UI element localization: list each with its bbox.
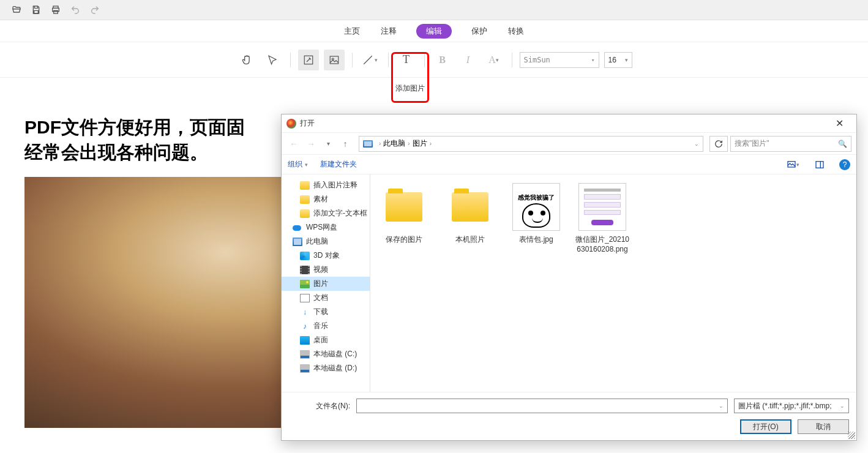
print-icon[interactable]: [50, 4, 61, 15]
tree-item-label: 此电脑: [306, 236, 328, 247]
disk-icon: [300, 364, 310, 373]
tree-item[interactable]: 本地磁盘 (C:): [282, 347, 370, 361]
tree-item-label: 下载: [313, 307, 328, 317]
filename-label: 文件名(N):: [289, 401, 350, 411]
tree-item[interactable]: 本地磁盘 (D:): [282, 361, 370, 375]
dl-icon: [300, 308, 310, 316]
search-input[interactable]: 搜索"图片" 🔍: [730, 136, 851, 152]
filename-input[interactable]: ⌄: [356, 399, 728, 413]
file-open-dialog: 打开 ✕ ← → ▾ ↑ › 此电脑 › 图片 › ⌄ 搜索"图片" 🔍 组织 …: [281, 114, 857, 441]
dialog-footer: 文件名(N): ⌄ 圖片檔 (*.tiff;*.pjp;*.jfif;*.bmp…: [282, 392, 856, 440]
disk-icon: [300, 350, 310, 359]
refresh-icon[interactable]: [709, 136, 728, 152]
redo-icon[interactable]: [89, 4, 100, 15]
hand-tool-icon[interactable]: [236, 50, 257, 70]
chrome-icon: [286, 119, 296, 129]
tree-item-label: 添加文字-文本框: [313, 208, 367, 219]
tree-item-label: 3D 对象: [313, 250, 340, 261]
music-icon: [300, 322, 310, 331]
tree-item[interactable]: 此电脑: [282, 234, 370, 249]
folder-tree: 插入图片注释素材添加文字-文本框WPS网盘此电脑3D 对象视频图片文档下载音乐桌…: [282, 174, 370, 392]
tab-home[interactable]: 主页: [343, 23, 361, 39]
pc-icon: [293, 238, 302, 246]
breadcrumb[interactable]: › 此电脑 › 图片 › ⌄: [359, 136, 703, 152]
edit-text-icon[interactable]: [298, 50, 319, 70]
tree-item[interactable]: 视频: [282, 263, 370, 277]
file-item[interactable]: 保存的图片: [376, 182, 432, 253]
file-item[interactable]: 感觉我被骗了表情包.jpg: [509, 182, 564, 253]
tree-item[interactable]: 桌面: [282, 333, 370, 347]
folder-icon: [300, 195, 310, 204]
quick-access-toolbar: [0, 0, 868, 20]
doc-icon: [300, 294, 310, 302]
tree-item[interactable]: WPS网盘: [282, 220, 370, 234]
tree-item[interactable]: 音乐: [282, 319, 370, 333]
nav-up-icon[interactable]: ↑: [338, 137, 353, 151]
font-size-select[interactable]: 16▾: [604, 52, 632, 68]
dialog-toolbar: 组织 ▾ 新建文件夹 ▾ ?: [282, 155, 856, 174]
resize-grip[interactable]: [848, 432, 855, 439]
tab-comment[interactable]: 注释: [380, 23, 398, 39]
open-icon[interactable]: [11, 4, 22, 15]
tree-item[interactable]: 3D 对象: [282, 249, 370, 263]
separator: [512, 53, 512, 67]
open-button[interactable]: 打开(O): [740, 419, 791, 434]
3d-icon: [300, 252, 310, 260]
save-icon[interactable]: [31, 4, 42, 15]
tree-item-label: 视频: [313, 264, 328, 275]
pc-icon: [363, 140, 373, 148]
tab-convert[interactable]: 转换: [507, 23, 525, 39]
breadcrumb-root[interactable]: 此电脑: [383, 138, 405, 149]
tree-item-label: WPS网盘: [306, 222, 337, 233]
add-image-icon[interactable]: [324, 50, 345, 70]
cloud-icon: [293, 223, 302, 232]
filetype-filter[interactable]: 圖片檔 (*.tiff;*.pjp;*.jfif;*.bmp;⌄: [734, 399, 849, 413]
pen-tool-icon[interactable]: ▾: [360, 50, 381, 70]
font-family-select[interactable]: SimSun▾: [520, 52, 599, 68]
tree-item-label: 本地磁盘 (C:): [313, 349, 357, 359]
cancel-button[interactable]: 取消: [798, 419, 849, 434]
tab-protect[interactable]: 保护: [470, 23, 488, 39]
italic-icon[interactable]: I: [458, 50, 479, 70]
tree-item-label: 桌面: [313, 335, 328, 345]
tree-item-label: 图片: [313, 279, 328, 289]
add-image-callout-label: 添加图片: [392, 83, 428, 94]
svg-rect-7: [816, 161, 823, 168]
bold-icon[interactable]: B: [432, 50, 453, 70]
separator: [290, 53, 291, 67]
file-item[interactable]: 微信图片_2021063016020​8.png: [575, 182, 630, 253]
tree-item-label: 文档: [313, 293, 328, 303]
file-thumbnail: 感觉我被骗了: [511, 182, 561, 232]
tab-edit[interactable]: 编辑: [416, 24, 452, 39]
new-folder-button[interactable]: 新建文件夹: [320, 159, 357, 170]
tree-item[interactable]: 插入图片注释: [282, 178, 370, 192]
undo-icon[interactable]: [70, 4, 81, 15]
nav-forward-icon[interactable]: →: [304, 137, 318, 151]
file-name-label: 微信图片_2021063016020​8.png: [575, 234, 630, 253]
desk-icon: [300, 336, 310, 345]
file-thumbnail: [445, 182, 495, 232]
organize-dropdown[interactable]: 组织 ▾: [288, 159, 308, 170]
select-tool-icon[interactable]: [262, 50, 283, 70]
nav-back-icon[interactable]: ←: [286, 137, 301, 151]
view-mode-icon[interactable]: ▾: [785, 157, 800, 172]
nav-recent-icon[interactable]: ▾: [321, 137, 335, 151]
tree-item-label: 本地磁盘 (D:): [313, 363, 357, 373]
tree-item[interactable]: 添加文字-文本框: [282, 206, 370, 220]
font-color-icon[interactable]: A ▾: [484, 50, 504, 70]
tree-item-label: 素材: [313, 194, 328, 204]
video-icon: [300, 266, 310, 274]
preview-pane-icon[interactable]: [812, 157, 827, 172]
dialog-titlebar: 打开 ✕: [282, 114, 856, 133]
tree-item[interactable]: 图片: [282, 277, 370, 291]
file-name-label: 本机照片: [455, 234, 485, 245]
text-tool-icon[interactable]: T: [396, 50, 417, 70]
file-item[interactable]: 本机照片: [443, 182, 498, 253]
tree-item[interactable]: 文档: [282, 291, 370, 305]
breadcrumb-current[interactable]: 图片: [413, 138, 427, 149]
tree-item[interactable]: 素材: [282, 192, 370, 206]
separator: [388, 53, 389, 67]
close-icon[interactable]: ✕: [827, 115, 851, 132]
tree-item[interactable]: 下载: [282, 305, 370, 319]
help-icon[interactable]: ?: [839, 159, 850, 170]
